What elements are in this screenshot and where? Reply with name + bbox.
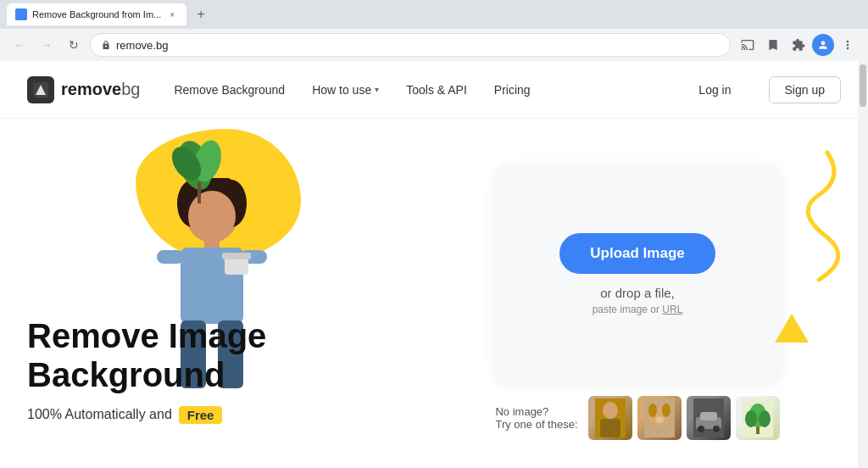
main-nav: removebg Remove Background How to use ▾ … xyxy=(0,61,868,119)
deco-squiggle xyxy=(776,144,844,300)
squiggle-svg xyxy=(776,144,844,297)
tab-favicon xyxy=(15,8,27,20)
signup-button[interactable]: Sign up xyxy=(769,76,841,103)
nav-chevron-icon: ▾ xyxy=(375,85,379,94)
svg-rect-30 xyxy=(700,412,717,421)
hero-subtitle: 100% Automatically and Free xyxy=(27,406,434,424)
thumb-car-svg xyxy=(693,398,724,437)
tab-title: Remove Background from Im... xyxy=(32,9,161,20)
extensions-button[interactable] xyxy=(787,33,810,57)
back-button[interactable]: ← xyxy=(8,34,31,56)
address-bar[interactable]: remove.bg xyxy=(90,33,731,57)
tab-close-button[interactable]: × xyxy=(166,8,178,20)
hero-upload-area: Upload Image or drop a file, paste image… xyxy=(434,147,841,440)
sample-thumb-car[interactable] xyxy=(687,396,731,440)
cast-button[interactable] xyxy=(736,33,760,57)
lock-icon xyxy=(101,40,111,50)
page-content: removebg Remove Background How to use ▾ … xyxy=(0,61,868,468)
svg-point-37 xyxy=(759,410,771,427)
browser-title-bar: Remove Background from Im... × + xyxy=(0,0,868,29)
logo-icon xyxy=(27,76,54,103)
nav-remove-background[interactable]: Remove Background xyxy=(174,83,285,97)
svg-point-21 xyxy=(603,402,618,419)
svg-point-27 xyxy=(655,416,664,423)
hero-section: Remove Image Background 100% Automatical… xyxy=(0,119,868,468)
logo[interactable]: removebg xyxy=(27,76,140,103)
thumb-plant-svg xyxy=(743,398,773,437)
logo-text: removebg xyxy=(61,80,140,99)
sample-thumb-plant[interactable] xyxy=(736,396,780,440)
toolbar-icons xyxy=(736,33,860,57)
nav-pricing[interactable]: Pricing xyxy=(494,83,531,97)
paste-url-text: paste image or URL xyxy=(593,304,683,315)
svg-point-32 xyxy=(713,426,720,432)
sample-thumb-person[interactable] xyxy=(588,396,632,440)
nav-how-to-use[interactable]: How to use ▾ xyxy=(312,83,379,97)
thumb-dog-svg xyxy=(644,398,675,437)
scrollbar-thumb[interactable] xyxy=(860,64,866,107)
upload-card: Upload Image or drop a file, paste image… xyxy=(493,164,782,384)
reload-button[interactable]: ↻ xyxy=(63,34,85,56)
browser-tab[interactable]: Remove Background from Im... × xyxy=(7,3,186,25)
sample-section: No image? Try one of these: xyxy=(495,396,779,440)
svg-point-25 xyxy=(648,404,657,417)
url-link[interactable]: URL xyxy=(662,304,682,315)
sample-thumb-dog[interactable] xyxy=(637,396,682,440)
svg-rect-22 xyxy=(600,419,620,437)
forward-button[interactable]: → xyxy=(36,34,58,56)
logo-svg xyxy=(31,81,50,99)
login-button[interactable]: Log in xyxy=(688,78,741,102)
svg-point-31 xyxy=(698,426,704,432)
nav-tools-api[interactable]: Tools & API xyxy=(406,83,467,97)
user-avatar[interactable] xyxy=(812,34,834,56)
thumb-person-svg xyxy=(595,398,626,437)
scrollbar-track[interactable] xyxy=(858,61,868,468)
svg-point-26 xyxy=(662,404,670,417)
url-text: remove.bg xyxy=(116,39,168,52)
hero-title: Remove Image Background xyxy=(27,316,315,394)
browser-toolbar: ← → ↻ remove.bg xyxy=(0,29,868,61)
browser-chrome: Remove Background from Im... × + ← → ↻ r… xyxy=(0,0,868,61)
no-image-label: No image? Try one of these: xyxy=(495,405,577,431)
drop-file-text: or drop a file, xyxy=(600,286,675,300)
triangle-svg xyxy=(775,314,809,344)
menu-button[interactable] xyxy=(836,33,860,57)
upload-image-button[interactable]: Upload Image xyxy=(559,233,715,274)
deco-triangle xyxy=(775,314,809,348)
hero-text: Remove Image Background 100% Automatical… xyxy=(27,164,434,424)
svg-marker-19 xyxy=(775,314,809,343)
bookmark-button[interactable] xyxy=(761,33,785,57)
sample-images xyxy=(588,396,780,440)
new-tab-button[interactable]: + xyxy=(190,3,212,25)
free-badge: Free xyxy=(179,406,223,424)
svg-point-36 xyxy=(745,410,757,427)
